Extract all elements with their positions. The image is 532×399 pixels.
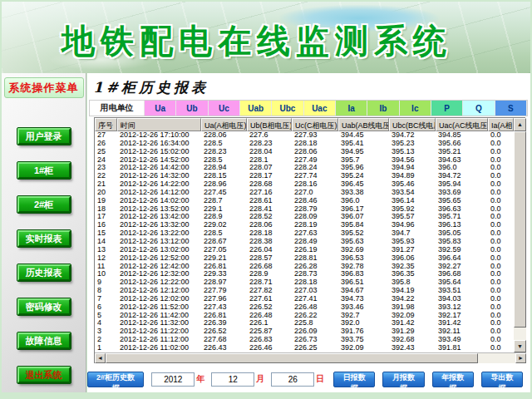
unit-tab-用电单位[interactable]: 用电单位: [90, 101, 145, 116]
cell: 395.71: [436, 213, 488, 221]
yearly-report-button[interactable]: 年报数据: [432, 372, 474, 387]
cell: 393.69: [436, 189, 488, 197]
table-row[interactable]: 212012-12-26 14:22:00228.96228.68228.163…: [95, 180, 514, 189]
cell: 228.17: [247, 172, 292, 180]
unit-tab-Uc[interactable]: Uc: [209, 101, 240, 116]
unit-tab-Ubc[interactable]: Ubc: [272, 101, 303, 116]
column-header: Ubc(BC线电压): [389, 118, 436, 131]
cell: 0.0: [488, 197, 514, 205]
cell: 228.5: [201, 229, 247, 238]
horizontal-scrollbar[interactable]: ◄ ►: [95, 352, 526, 363]
cell: 391.27: [389, 246, 436, 254]
unit-tab-Ia[interactable]: Ia: [336, 101, 367, 116]
menu-button-cabinet-1[interactable]: 1#柜: [17, 162, 71, 179]
unit-tab-Ib[interactable]: Ib: [367, 101, 399, 116]
menu-button-change-password[interactable]: 密码修改: [17, 298, 71, 315]
table-row[interactable]: 232012-12-26 14:42:00228.94228.07228.243…: [95, 164, 514, 172]
table-row[interactable]: 272012-12-26 17:10:00228.06227.6227.9339…: [95, 131, 514, 140]
unit-tab-Ua[interactable]: Ua: [145, 101, 176, 116]
cell: 0.0: [488, 303, 514, 312]
scroll-left-icon[interactable]: ◄: [95, 353, 106, 363]
daily-report-button[interactable]: 日报数据: [333, 372, 375, 387]
table-row[interactable]: 132012-12-26 13:02:00227.05226.04226.193…: [95, 246, 514, 254]
table-row[interactable]: 202012-12-26 14:12:00227.45227.16227.039…: [95, 189, 514, 197]
monthly-report-button[interactable]: 月报数据: [382, 372, 424, 387]
cell: 228.16: [292, 180, 338, 189]
cell: 16: [95, 221, 117, 229]
table-row[interactable]: 12012-12-26 11:02:00226.43226.46226.2539…: [95, 344, 514, 352]
cell: 394.22: [389, 295, 436, 303]
export-data-button[interactable]: 导出数据: [481, 372, 523, 387]
table-row[interactable]: 222012-12-26 14:32:00228.15228.17227.743…: [95, 172, 514, 180]
cell: 394.63: [436, 156, 488, 165]
unit-tab-Uab[interactable]: Uab: [240, 101, 272, 116]
scroll-down-icon[interactable]: ▼: [514, 340, 526, 352]
menu-button-history-report[interactable]: 历史报表: [17, 264, 71, 281]
cell: 2012-12-26 14:12:00: [117, 189, 201, 197]
table-row[interactable]: 42012-12-26 11:32:00226.39226.1225.8392.…: [95, 319, 514, 328]
cell: 395.66: [436, 140, 488, 148]
cell: 226.52: [201, 328, 247, 336]
table-row[interactable]: 162012-12-26 13:32:00229.02228.06228.193…: [95, 221, 514, 229]
unit-tab-S[interactable]: S: [495, 101, 527, 116]
cell: 0.0: [488, 238, 514, 246]
table-row[interactable]: 192012-12-26 14:02:00228.7228.61228.4639…: [95, 197, 514, 205]
menu-button-exit-system[interactable]: 退出系统: [17, 367, 71, 383]
cell: 392.09: [338, 344, 389, 352]
unit-tab-Ic[interactable]: Ic: [400, 101, 431, 116]
year-input[interactable]: [151, 372, 195, 387]
unit-tab-Q[interactable]: Q: [463, 101, 495, 116]
table-row[interactable]: 32012-12-26 11:22:00226.52225.87226.0939…: [95, 328, 514, 336]
cell: 226.25: [292, 344, 338, 352]
main-panel: 1#柜历史报表 用电单位UaUbUcUabUbcUacIaIbIcPQS 序号时…: [87, 73, 530, 392]
table-row[interactable]: 152012-12-26 13:22:00228.5228.18227.6339…: [95, 229, 514, 238]
cell: 393.54: [389, 189, 436, 197]
table-row[interactable]: 82012-12-26 12:12:00227.79227.82227.0339…: [95, 287, 514, 295]
unit-tab-Uac[interactable]: Uac: [304, 101, 336, 116]
table-row[interactable]: 262012-12-26 16:34:00228.5228.23228.1839…: [95, 140, 514, 148]
table-row[interactable]: 172012-12-26 13:42:00228.9228.52228.0939…: [95, 213, 514, 221]
table-row[interactable]: 22012-12-26 11:12:00227.68226.83226.7339…: [95, 336, 514, 344]
scroll-right-icon[interactable]: ►: [515, 353, 526, 363]
cell: 0.0: [488, 221, 514, 229]
table-row[interactable]: 252012-12-26 15:02:00228.23228.04228.063…: [95, 148, 514, 156]
table-row[interactable]: 242012-12-26 14:52:00228.5228.1227.49395…: [95, 156, 514, 165]
table-row[interactable]: 52012-12-26 11:42:00226.81226.48226.2239…: [95, 312, 514, 320]
menu-button-user-login[interactable]: 用户登录: [17, 128, 71, 145]
cell: 395.96: [338, 164, 389, 172]
month-input[interactable]: [211, 372, 254, 387]
cell: 227.6: [247, 131, 292, 140]
cell: 226.52: [247, 303, 292, 312]
menu-button-fault-info[interactable]: 故障信息: [17, 332, 71, 349]
menu-button-realtime-report[interactable]: 实时报表: [17, 230, 71, 247]
table-row[interactable]: 62012-12-26 11:52:00227.43226.52226.4839…: [95, 303, 514, 312]
table-row[interactable]: 72012-12-26 12:02:00227.96227.61227.4139…: [95, 295, 514, 303]
table-row[interactable]: 112012-12-26 12:42:00226.81226.68226.283…: [95, 263, 514, 271]
table-row[interactable]: 102012-12-26 12:32:00229.33228.9228.7339…: [95, 270, 514, 278]
scroll-up-icon[interactable]: ▲: [514, 118, 526, 131]
cell: 393.46: [338, 303, 389, 312]
day-input[interactable]: [271, 372, 314, 387]
unit-tab-P[interactable]: P: [431, 101, 463, 116]
unit-tab-Ub[interactable]: Ub: [176, 101, 208, 116]
cell: 393.38: [338, 189, 389, 197]
cell: 392.69: [338, 246, 389, 254]
vertical-scrollbar[interactable]: ▲ ▼: [514, 118, 526, 352]
cabinet2-history-button[interactable]: 2#柜历史数据: [87, 372, 144, 387]
vertical-scroll-thumb[interactable]: [514, 131, 526, 328]
cell: 226.46: [247, 344, 292, 352]
cell: 8: [95, 287, 117, 295]
cell: 395.21: [436, 148, 488, 156]
cell: 394.67: [338, 287, 389, 295]
table-row[interactable]: 142012-12-26 13:12:00228.67228.38228.493…: [95, 238, 514, 246]
date-group: 年 月 日: [151, 372, 326, 387]
cell: 0.0: [488, 312, 514, 320]
history-table: 序号时间Ua(A相电压)Ub(B相电压)Uc(C相电压)Uab(AB线电压)Ub…: [94, 117, 525, 363]
horizontal-scroll-thumb[interactable]: [106, 353, 478, 363]
table-row[interactable]: 122012-12-26 12:52:00229.21228.57228.813…: [95, 254, 514, 263]
cell: 395.52: [338, 229, 389, 238]
cell: 2012-12-26 12:22:00: [117, 278, 201, 287]
menu-button-cabinet-2[interactable]: 2#柜: [17, 196, 71, 213]
table-row[interactable]: 182012-12-26 13:52:00229.1228.41228.7939…: [95, 205, 514, 214]
table-row[interactable]: 92012-12-26 12:22:00228.97228.71228.1839…: [95, 278, 514, 287]
